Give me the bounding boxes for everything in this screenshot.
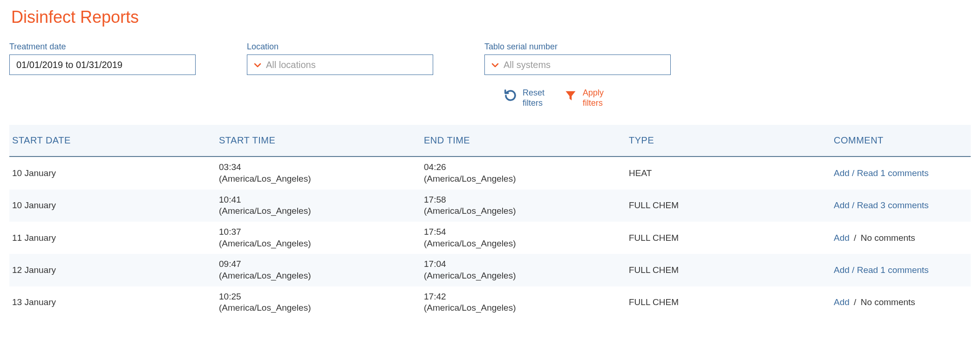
cell-comment: Add / Read 3 comments	[829, 190, 971, 222]
no-comments-text: No comments	[861, 297, 915, 307]
comment-separator: /	[851, 297, 859, 307]
cell-start-date: 10 January	[9, 190, 214, 222]
cell-type: FULL CHEM	[624, 286, 829, 319]
cell-comment: Add / No comments	[829, 286, 971, 319]
col-start-time[interactable]: START TIME	[214, 125, 419, 157]
table-row: 11 January10:37(America/Los_Angeles)17:5…	[9, 222, 971, 254]
cell-type: FULL CHEM	[624, 254, 829, 286]
apply-line1: Apply	[583, 88, 604, 98]
cell-comment: Add / No comments	[829, 222, 971, 254]
cell-start-date: 10 January	[9, 157, 214, 189]
filter-icon	[563, 88, 578, 103]
col-comment[interactable]: COMMENT	[829, 125, 971, 157]
treatment-date-label: Treatment date	[9, 42, 196, 52]
comment-separator: /	[850, 200, 857, 210]
location-select[interactable]: All locations	[247, 54, 433, 75]
read-comments-link[interactable]: Read 3 comments	[857, 200, 929, 210]
comment-separator: /	[851, 233, 859, 243]
cell-start-date: 13 January	[9, 286, 214, 319]
col-start-date[interactable]: START DATE	[9, 125, 214, 157]
filter-actions: Reset filters Apply filters	[503, 88, 971, 108]
add-comment-link[interactable]: Add	[834, 168, 850, 178]
cell-type: HEAT	[624, 157, 829, 189]
table-row: 10 January10:41(America/Los_Angeles)17:5…	[9, 190, 971, 222]
add-comment-link[interactable]: Add	[834, 233, 850, 243]
reset-line2: filters	[523, 98, 544, 109]
location-placeholder: All locations	[266, 60, 316, 70]
read-comments-link[interactable]: Read 1 comments	[857, 168, 929, 178]
add-comment-link[interactable]: Add	[834, 265, 850, 275]
cell-start-time: 10:25(America/Los_Angeles)	[214, 286, 419, 319]
cell-comment: Add / Read 1 comments	[829, 254, 971, 286]
table-header-row: START DATE START TIME END TIME TYPE COMM…	[9, 125, 971, 157]
table-row: 10 January03:34(America/Los_Angeles)04:2…	[9, 157, 971, 189]
location-label: Location	[247, 42, 433, 52]
col-type[interactable]: TYPE	[624, 125, 829, 157]
add-comment-link[interactable]: Add	[834, 200, 850, 210]
add-comment-link[interactable]: Add	[834, 297, 850, 307]
read-comments-link[interactable]: Read 1 comments	[857, 265, 929, 275]
treatment-date-input[interactable]: 01/01/2019 to 01/31/2019	[9, 54, 196, 75]
cell-type: FULL CHEM	[624, 222, 829, 254]
cell-end-time: 17:58(America/Los_Angeles)	[419, 190, 624, 222]
no-comments-text: No comments	[861, 233, 915, 243]
cell-start-date: 12 January	[9, 254, 214, 286]
cell-end-time: 17:42(America/Los_Angeles)	[419, 286, 624, 319]
reset-line1: Reset	[523, 88, 544, 98]
cell-end-time: 17:04(America/Los_Angeles)	[419, 254, 624, 286]
apply-filters-button[interactable]: Apply filters	[563, 88, 604, 108]
filter-location: Location All locations	[247, 42, 433, 75]
chevron-down-icon	[254, 61, 260, 68]
serial-select[interactable]: All systems	[484, 54, 671, 75]
page-title: Disinfect Reports	[11, 7, 971, 27]
serial-label: Tablo serial number	[484, 42, 671, 52]
reports-table: START DATE START TIME END TIME TYPE COMM…	[9, 125, 971, 319]
cell-start-time: 10:37(America/Los_Angeles)	[214, 222, 419, 254]
cell-type: FULL CHEM	[624, 190, 829, 222]
cell-start-time: 10:41(America/Los_Angeles)	[214, 190, 419, 222]
apply-line2: filters	[583, 98, 604, 109]
filters-row: Treatment date 01/01/2019 to 01/31/2019 …	[9, 42, 971, 75]
comment-separator: /	[850, 168, 857, 178]
treatment-date-value: 01/01/2019 to 01/31/2019	[16, 60, 122, 70]
col-end-time[interactable]: END TIME	[419, 125, 624, 157]
cell-start-time: 09:47(America/Los_Angeles)	[214, 254, 419, 286]
chevron-down-icon	[491, 61, 498, 68]
reset-icon	[503, 88, 518, 103]
cell-end-time: 17:54(America/Los_Angeles)	[419, 222, 624, 254]
cell-start-time: 03:34(America/Los_Angeles)	[214, 157, 419, 189]
reset-filters-button[interactable]: Reset filters	[503, 88, 544, 108]
serial-placeholder: All systems	[504, 60, 551, 70]
filter-treatment-date: Treatment date 01/01/2019 to 01/31/2019	[9, 42, 196, 75]
table-row: 12 January09:47(America/Los_Angeles)17:0…	[9, 254, 971, 286]
cell-end-time: 04:26(America/Los_Angeles)	[419, 157, 624, 189]
filter-serial: Tablo serial number All systems	[484, 42, 671, 75]
table-row: 13 January10:25(America/Los_Angeles)17:4…	[9, 286, 971, 319]
cell-start-date: 11 January	[9, 222, 214, 254]
cell-comment: Add / Read 1 comments	[829, 157, 971, 189]
comment-separator: /	[850, 265, 857, 275]
